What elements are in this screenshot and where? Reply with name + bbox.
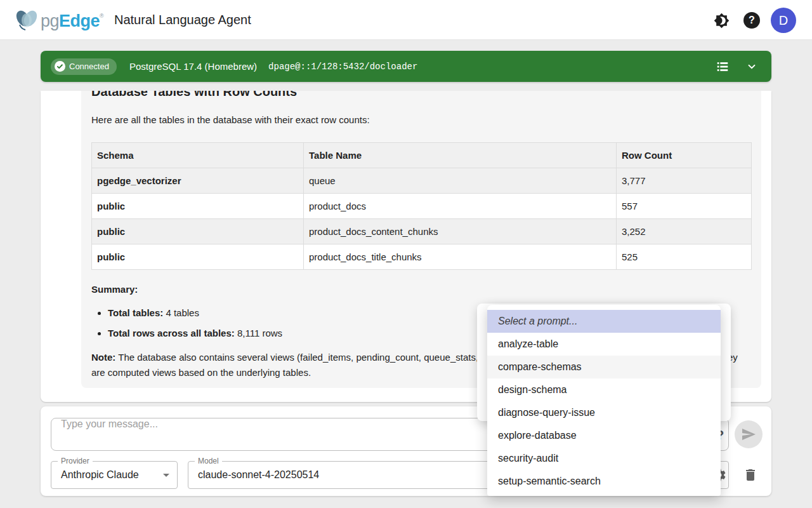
check-circle-icon: [55, 61, 65, 72]
pgedge-heart-icon: [14, 7, 39, 35]
prompt-menu-item[interactable]: design-schema: [487, 378, 721, 401]
theme-toggle-icon[interactable]: [714, 13, 730, 29]
provider-select[interactable]: Provider Anthropic Claude: [51, 461, 178, 489]
results-table-head: SchemaTable NameRow Count: [92, 143, 752, 168]
table-header-row: SchemaTable NameRow Count: [92, 143, 752, 168]
table-cell: 557: [617, 194, 752, 219]
table-cell: public: [92, 194, 304, 219]
summary-title: Summary:: [91, 282, 751, 297]
clear-chat-trash-icon[interactable]: [743, 467, 758, 483]
table-cell: public: [92, 244, 304, 270]
table-cell: product_docs_title_chunks: [304, 244, 617, 270]
table-cell: queue: [304, 168, 617, 194]
provider-value: Anthropic Claude: [61, 462, 139, 488]
user-avatar[interactable]: D: [771, 8, 796, 33]
column-header: Schema: [92, 143, 304, 168]
table-row: publicproduct_docs_title_chunks525: [92, 244, 752, 270]
prompt-menu-item[interactable]: Select a prompt...: [487, 310, 721, 333]
model-value: claude-sonnet-4-20250514: [198, 462, 319, 488]
table-cell: public: [92, 219, 304, 244]
prompt-menu-item[interactable]: diagnose-query-issue: [487, 401, 721, 424]
connection-status-label: Connected: [69, 62, 109, 71]
connection-bar: Connected PostgreSQL 17.4 (Homebrew) dpa…: [41, 51, 771, 82]
caret-down-icon: [163, 474, 169, 477]
table-cell: 525: [617, 244, 752, 270]
table-row: publicproduct_docs557: [92, 194, 752, 219]
server-version-label: PostgreSQL 17.4 (Homebrew): [129, 61, 257, 72]
table-row: pgedge_vectorizerqueue3,777: [92, 168, 752, 194]
send-icon: [741, 427, 756, 442]
connection-string: dpage@::1/128:5432/docloader: [268, 62, 417, 72]
app-header: pgEdge® Natural Language Agent ? D: [0, 0, 812, 40]
page-title: Natural Language Agent: [114, 13, 251, 27]
send-button[interactable]: [735, 420, 763, 448]
column-header: Table Name: [304, 143, 617, 168]
results-table: SchemaTable NameRow Count pgedge_vectori…: [91, 142, 752, 270]
prompt-menu-item[interactable]: compare-schemas: [487, 356, 721, 378]
prompt-menu-item[interactable]: security-audit: [487, 447, 721, 470]
column-header: Row Count: [617, 143, 752, 168]
table-cell: 3,252: [617, 219, 752, 244]
results-table-body: pgedge_vectorizerqueue3,777publicproduct…: [92, 168, 752, 270]
note-line2: are computed views based on the underlyi…: [91, 365, 311, 380]
table-cell: pgedge_vectorizer: [92, 168, 304, 194]
connection-status-badge: Connected: [51, 58, 117, 75]
connection-list-icon[interactable]: [716, 60, 730, 74]
help-icon[interactable]: ?: [743, 12, 760, 29]
chevron-down-icon[interactable]: [746, 61, 757, 72]
prompt-menu-item[interactable]: analyze-table: [487, 333, 721, 356]
table-row: publicproduct_docs_content_chunks3,252: [92, 219, 752, 244]
table-cell: product_docs: [304, 194, 617, 219]
pgedge-logo: pgEdge®: [14, 7, 103, 35]
message-heading: Database Tables with Row Counts: [91, 91, 751, 100]
message-intro: Here are all the tables in the database …: [91, 112, 751, 128]
prompt-menu-item[interactable]: setup-semantic-search: [487, 470, 721, 493]
prompt-menu-item[interactable]: explore-database: [487, 424, 721, 447]
table-cell: product_docs_content_chunks: [304, 219, 617, 244]
prompt-menu-list: Select a prompt...analyze-tablecompare-s…: [487, 305, 721, 496]
table-cell: 3,777: [617, 168, 752, 194]
pgedge-wordmark: pgEdge®: [41, 11, 103, 31]
